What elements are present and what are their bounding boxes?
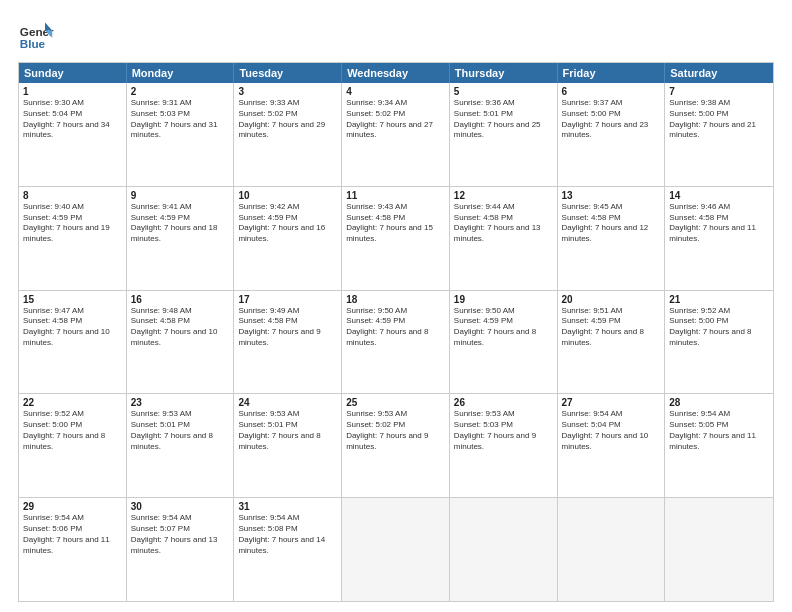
svg-text:Blue: Blue (20, 37, 46, 50)
day-cell-16: 16 Sunrise: 9:48 AMSunset: 4:58 PMDaylig… (127, 291, 235, 394)
day-number: 27 (562, 397, 661, 408)
empty-cell (342, 498, 450, 601)
header: General Blue (18, 18, 774, 54)
day-info: Sunrise: 9:53 AMSunset: 5:03 PMDaylight:… (454, 409, 553, 452)
day-cell-24: 24 Sunrise: 9:53 AMSunset: 5:01 PMDaylig… (234, 394, 342, 497)
day-number: 14 (669, 190, 769, 201)
day-cell-3: 3 Sunrise: 9:33 AMSunset: 5:02 PMDayligh… (234, 83, 342, 186)
empty-cell (665, 498, 773, 601)
day-number: 31 (238, 501, 337, 512)
day-info: Sunrise: 9:42 AMSunset: 4:59 PMDaylight:… (238, 202, 337, 245)
day-cell-20: 20 Sunrise: 9:51 AMSunset: 4:59 PMDaylig… (558, 291, 666, 394)
header-day-monday: Monday (127, 63, 235, 83)
day-info: Sunrise: 9:48 AMSunset: 4:58 PMDaylight:… (131, 306, 230, 349)
day-info: Sunrise: 9:45 AMSunset: 4:58 PMDaylight:… (562, 202, 661, 245)
page: General Blue SundayMondayTuesdayWednesda… (0, 0, 792, 612)
day-number: 7 (669, 86, 769, 97)
day-info: Sunrise: 9:34 AMSunset: 5:02 PMDaylight:… (346, 98, 445, 141)
day-number: 11 (346, 190, 445, 201)
day-cell-1: 1 Sunrise: 9:30 AMSunset: 5:04 PMDayligh… (19, 83, 127, 186)
day-info: Sunrise: 9:51 AMSunset: 4:59 PMDaylight:… (562, 306, 661, 349)
day-number: 28 (669, 397, 769, 408)
empty-cell (558, 498, 666, 601)
day-cell-12: 12 Sunrise: 9:44 AMSunset: 4:58 PMDaylig… (450, 187, 558, 290)
day-info: Sunrise: 9:30 AMSunset: 5:04 PMDaylight:… (23, 98, 122, 141)
day-cell-18: 18 Sunrise: 9:50 AMSunset: 4:59 PMDaylig… (342, 291, 450, 394)
calendar-row-3: 15 Sunrise: 9:47 AMSunset: 4:58 PMDaylig… (19, 291, 773, 395)
calendar-row-2: 8 Sunrise: 9:40 AMSunset: 4:59 PMDayligh… (19, 187, 773, 291)
day-info: Sunrise: 9:31 AMSunset: 5:03 PMDaylight:… (131, 98, 230, 141)
day-info: Sunrise: 9:54 AMSunset: 5:08 PMDaylight:… (238, 513, 337, 556)
day-number: 24 (238, 397, 337, 408)
day-number: 3 (238, 86, 337, 97)
day-info: Sunrise: 9:54 AMSunset: 5:05 PMDaylight:… (669, 409, 769, 452)
day-info: Sunrise: 9:46 AMSunset: 4:58 PMDaylight:… (669, 202, 769, 245)
day-cell-31: 31 Sunrise: 9:54 AMSunset: 5:08 PMDaylig… (234, 498, 342, 601)
day-number: 9 (131, 190, 230, 201)
day-number: 16 (131, 294, 230, 305)
day-number: 6 (562, 86, 661, 97)
day-info: Sunrise: 9:37 AMSunset: 5:00 PMDaylight:… (562, 98, 661, 141)
day-cell-7: 7 Sunrise: 9:38 AMSunset: 5:00 PMDayligh… (665, 83, 773, 186)
day-number: 26 (454, 397, 553, 408)
logo: General Blue (18, 18, 54, 54)
day-number: 15 (23, 294, 122, 305)
day-cell-26: 26 Sunrise: 9:53 AMSunset: 5:03 PMDaylig… (450, 394, 558, 497)
day-cell-25: 25 Sunrise: 9:53 AMSunset: 5:02 PMDaylig… (342, 394, 450, 497)
day-number: 13 (562, 190, 661, 201)
day-cell-11: 11 Sunrise: 9:43 AMSunset: 4:58 PMDaylig… (342, 187, 450, 290)
header-day-friday: Friday (558, 63, 666, 83)
day-info: Sunrise: 9:33 AMSunset: 5:02 PMDaylight:… (238, 98, 337, 141)
day-info: Sunrise: 9:43 AMSunset: 4:58 PMDaylight:… (346, 202, 445, 245)
day-info: Sunrise: 9:54 AMSunset: 5:04 PMDaylight:… (562, 409, 661, 452)
day-cell-19: 19 Sunrise: 9:50 AMSunset: 4:59 PMDaylig… (450, 291, 558, 394)
day-number: 8 (23, 190, 122, 201)
day-cell-27: 27 Sunrise: 9:54 AMSunset: 5:04 PMDaylig… (558, 394, 666, 497)
day-info: Sunrise: 9:41 AMSunset: 4:59 PMDaylight:… (131, 202, 230, 245)
day-cell-14: 14 Sunrise: 9:46 AMSunset: 4:58 PMDaylig… (665, 187, 773, 290)
calendar-row-4: 22 Sunrise: 9:52 AMSunset: 5:00 PMDaylig… (19, 394, 773, 498)
day-cell-22: 22 Sunrise: 9:52 AMSunset: 5:00 PMDaylig… (19, 394, 127, 497)
day-number: 25 (346, 397, 445, 408)
day-cell-29: 29 Sunrise: 9:54 AMSunset: 5:06 PMDaylig… (19, 498, 127, 601)
day-number: 5 (454, 86, 553, 97)
day-number: 21 (669, 294, 769, 305)
day-number: 23 (131, 397, 230, 408)
day-cell-8: 8 Sunrise: 9:40 AMSunset: 4:59 PMDayligh… (19, 187, 127, 290)
day-info: Sunrise: 9:44 AMSunset: 4:58 PMDaylight:… (454, 202, 553, 245)
day-info: Sunrise: 9:38 AMSunset: 5:00 PMDaylight:… (669, 98, 769, 141)
day-info: Sunrise: 9:49 AMSunset: 4:58 PMDaylight:… (238, 306, 337, 349)
day-cell-15: 15 Sunrise: 9:47 AMSunset: 4:58 PMDaylig… (19, 291, 127, 394)
day-cell-30: 30 Sunrise: 9:54 AMSunset: 5:07 PMDaylig… (127, 498, 235, 601)
day-number: 30 (131, 501, 230, 512)
day-info: Sunrise: 9:50 AMSunset: 4:59 PMDaylight:… (346, 306, 445, 349)
day-cell-9: 9 Sunrise: 9:41 AMSunset: 4:59 PMDayligh… (127, 187, 235, 290)
calendar-header: SundayMondayTuesdayWednesdayThursdayFrid… (19, 63, 773, 83)
day-info: Sunrise: 9:40 AMSunset: 4:59 PMDaylight:… (23, 202, 122, 245)
day-cell-10: 10 Sunrise: 9:42 AMSunset: 4:59 PMDaylig… (234, 187, 342, 290)
day-number: 19 (454, 294, 553, 305)
day-cell-17: 17 Sunrise: 9:49 AMSunset: 4:58 PMDaylig… (234, 291, 342, 394)
day-cell-4: 4 Sunrise: 9:34 AMSunset: 5:02 PMDayligh… (342, 83, 450, 186)
calendar-row-5: 29 Sunrise: 9:54 AMSunset: 5:06 PMDaylig… (19, 498, 773, 601)
day-cell-28: 28 Sunrise: 9:54 AMSunset: 5:05 PMDaylig… (665, 394, 773, 497)
day-info: Sunrise: 9:53 AMSunset: 5:01 PMDaylight:… (238, 409, 337, 452)
day-number: 2 (131, 86, 230, 97)
day-number: 20 (562, 294, 661, 305)
header-day-tuesday: Tuesday (234, 63, 342, 83)
calendar: SundayMondayTuesdayWednesdayThursdayFrid… (18, 62, 774, 602)
day-info: Sunrise: 9:52 AMSunset: 5:00 PMDaylight:… (669, 306, 769, 349)
day-cell-23: 23 Sunrise: 9:53 AMSunset: 5:01 PMDaylig… (127, 394, 235, 497)
day-number: 22 (23, 397, 122, 408)
day-info: Sunrise: 9:53 AMSunset: 5:01 PMDaylight:… (131, 409, 230, 452)
day-number: 17 (238, 294, 337, 305)
day-cell-2: 2 Sunrise: 9:31 AMSunset: 5:03 PMDayligh… (127, 83, 235, 186)
day-info: Sunrise: 9:36 AMSunset: 5:01 PMDaylight:… (454, 98, 553, 141)
logo-icon: General Blue (18, 18, 54, 54)
day-info: Sunrise: 9:50 AMSunset: 4:59 PMDaylight:… (454, 306, 553, 349)
header-day-thursday: Thursday (450, 63, 558, 83)
day-cell-6: 6 Sunrise: 9:37 AMSunset: 5:00 PMDayligh… (558, 83, 666, 186)
day-cell-5: 5 Sunrise: 9:36 AMSunset: 5:01 PMDayligh… (450, 83, 558, 186)
day-number: 4 (346, 86, 445, 97)
day-number: 10 (238, 190, 337, 201)
